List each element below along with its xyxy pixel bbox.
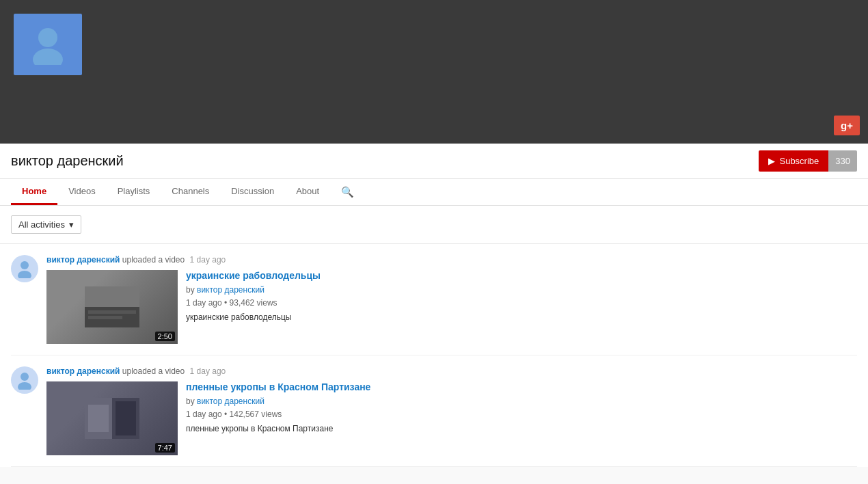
filter-bar: All activities ▾ — [0, 206, 868, 244]
filter-label: All activities — [18, 219, 65, 230]
video-stats: 1 day ago • 142,567 views — [186, 409, 282, 419]
subscribe-button[interactable]: ▶ Subscribe — [759, 150, 828, 172]
svg-point-2 — [21, 261, 29, 269]
video-duration: 7:47 — [155, 443, 175, 453]
dropdown-arrow-icon: ▾ — [69, 219, 74, 230]
video-title[interactable]: украинские рабовлодельцы — [186, 270, 857, 281]
search-icon[interactable]: 🔍 — [330, 179, 365, 205]
video-thumbnail[interactable]: 7:47 — [46, 381, 178, 455]
svg-point-3 — [18, 271, 31, 278]
activity-username[interactable]: виктор даренский — [46, 366, 120, 376]
tab-home[interactable]: Home — [11, 179, 57, 205]
activity-item: виктор даренский uploaded a video 1 day … — [11, 244, 857, 355]
activity-header: виктор даренский uploaded a video 1 day … — [46, 255, 857, 265]
tab-channels[interactable]: Channels — [161, 179, 220, 205]
subscribe-label: Subscribe — [779, 156, 819, 166]
activity-timestamp: 1 day ago — [190, 366, 226, 376]
channel-name: виктор даренский — [11, 153, 124, 169]
video-author[interactable]: виктор даренский — [197, 396, 265, 406]
video-by: by — [186, 285, 197, 295]
video-info: пленные укропы в Красном Партизане by ви… — [186, 381, 857, 455]
video-thumbnail[interactable]: 2:50 — [46, 270, 178, 344]
activity-action: uploaded a video — [122, 366, 185, 376]
channel-header: виктор даренский ▶ Subscribe 330 — [0, 144, 868, 179]
google-plus-button[interactable]: g+ — [834, 116, 860, 135]
video-title[interactable]: пленные укропы в Красном Партизане — [186, 381, 857, 392]
activity-username[interactable]: виктор даренский — [46, 255, 120, 265]
tab-videos[interactable]: Videos — [57, 179, 107, 205]
activity-avatar — [11, 255, 38, 282]
svg-point-9 — [21, 373, 29, 381]
video-duration: 2:50 — [155, 332, 175, 341]
video-description: пленные укропы в Красном Партизане — [186, 424, 857, 433]
svg-rect-14 — [88, 405, 109, 432]
avatar-icon — [15, 259, 34, 278]
svg-rect-15 — [116, 401, 136, 435]
video-author[interactable]: виктор даренский — [197, 285, 265, 295]
avatar-icon — [15, 371, 34, 390]
google-plus-icon: g+ — [841, 120, 853, 131]
video-by: by — [186, 396, 197, 406]
svg-rect-7 — [88, 310, 136, 314]
video-stats: 1 day ago • 93,462 views — [186, 298, 277, 308]
tab-playlists[interactable]: Playlists — [107, 179, 161, 205]
filter-dropdown[interactable]: All activities ▾ — [11, 215, 81, 234]
subscriber-count: 330 — [828, 150, 857, 172]
video-meta: by виктор даренский 1 day ago • 93,462 v… — [186, 284, 857, 310]
subscribe-play-icon: ▶ — [768, 156, 775, 166]
activity-feed: виктор даренский uploaded a video 1 day … — [0, 244, 868, 467]
video-description: украинские рабовлодельцы — [186, 312, 857, 322]
activity-item: виктор даренский uploaded a video 1 day … — [11, 355, 857, 467]
thumbnail-visual — [85, 398, 139, 439]
activity-timestamp: 1 day ago — [190, 255, 226, 265]
svg-rect-6 — [85, 286, 139, 307]
tab-about[interactable]: About — [285, 179, 330, 205]
thumbnail-visual — [85, 286, 139, 327]
avatar-person-icon — [27, 24, 68, 65]
activity-action: uploaded a video — [122, 255, 185, 265]
subscribe-area: ▶ Subscribe 330 — [759, 150, 857, 172]
tab-discussion[interactable]: Discussion — [220, 179, 285, 205]
activity-avatar — [11, 366, 38, 394]
video-meta: by виктор даренский 1 day ago • 142,567 … — [186, 395, 857, 421]
channel-banner: g+ — [0, 0, 868, 144]
video-block: 7:47 пленные укропы в Красном Партизане … — [46, 381, 857, 455]
svg-rect-8 — [88, 316, 122, 319]
svg-point-0 — [38, 28, 57, 47]
video-info: украинские рабовлодельцы by виктор дарен… — [186, 270, 857, 344]
channel-avatar — [14, 14, 82, 75]
video-block: 2:50 украинские рабовлодельцы by виктор … — [46, 270, 857, 344]
svg-point-10 — [18, 382, 31, 390]
activity-content: виктор даренский uploaded a video 1 day … — [46, 366, 857, 455]
nav-tabs: Home Videos Playlists Channels Discussio… — [0, 179, 868, 206]
svg-point-1 — [33, 49, 63, 65]
activity-header: виктор даренский uploaded a video 1 day … — [46, 366, 857, 376]
activity-content: виктор даренский uploaded a video 1 day … — [46, 255, 857, 344]
